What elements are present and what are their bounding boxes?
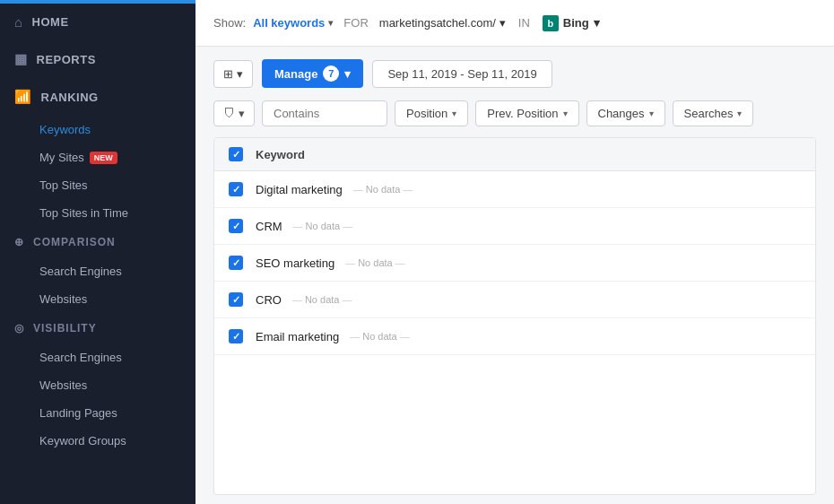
sidebar-item-home[interactable]: ⌂ HOME — [0, 4, 195, 40]
searches-filter[interactable]: Searches ▾ — [673, 100, 754, 126]
table-row: Email marketing No data — [214, 318, 815, 355]
filter-toggle-button[interactable]: ⛉ ▾ — [213, 100, 255, 126]
filter-icon: ⛉ — [223, 107, 235, 120]
show-label: Show: — [213, 16, 246, 30]
table-row: SEO marketing No data — [214, 245, 815, 282]
sidebar-sub-item-top-sites[interactable]: Top Sites — [0, 171, 195, 199]
visibility-icon: ◎ — [14, 322, 24, 335]
row3-keyword-col: SEO marketing No data — [256, 256, 801, 270]
prev-position-label: Prev. Position — [487, 107, 558, 120]
position-label: Position — [406, 107, 447, 120]
visibility-section-header: ◎ VISIBILITY — [0, 313, 195, 343]
domain-value: marketingsatchel.com/ — [379, 16, 496, 30]
search-engine-arrow-icon: ▾ — [594, 16, 600, 30]
header-checkbox-col — [229, 147, 256, 161]
bing-icon: b — [543, 15, 559, 31]
sidebar-home-label: HOME — [32, 15, 69, 29]
new-badge: NEW — [90, 152, 117, 164]
row4-checkbox[interactable] — [229, 292, 243, 307]
columns-arrow-icon: ▾ — [237, 67, 243, 81]
top-sites-time-label: Top Sites in Time — [39, 206, 128, 220]
row2-checkbox-col — [229, 219, 256, 233]
visibility-search-engines-label: Search Engines — [39, 351, 122, 364]
sidebar: ⌂ HOME ▦ REPORTS 📶 RANKING Keywords My S… — [0, 0, 195, 504]
keywords-table: Keyword Digital marketing No data CRM No… — [213, 137, 816, 495]
sidebar-sub-item-top-sites-time[interactable]: Top Sites in Time — [0, 199, 195, 227]
position-filter[interactable]: Position ▾ — [395, 100, 468, 126]
keywords-value: All keywords — [253, 16, 325, 30]
manage-count-badge: 7 — [323, 65, 339, 82]
table-row: CRM No data — [214, 208, 815, 245]
row3-checkbox-col — [229, 256, 256, 270]
row1-checkbox[interactable] — [229, 182, 243, 196]
row5-checkbox[interactable] — [229, 329, 243, 343]
sidebar-ranking-label: RANKING — [41, 91, 99, 104]
row5-checkbox-col — [229, 329, 256, 343]
filter-bar: ⛉ ▾ Position ▾ Prev. Position ▾ Changes … — [195, 100, 834, 137]
manage-button[interactable]: Manage 7 ▾ — [262, 59, 363, 88]
row1-no-data: No data — [353, 184, 413, 195]
manage-label: Manage — [274, 67, 317, 81]
comparison-search-engines-label: Search Engines — [39, 265, 122, 278]
visibility-label: VISIBILITY — [33, 322, 97, 335]
columns-button[interactable]: ⊞ ▾ — [213, 60, 253, 88]
keyword-column-label: Keyword — [256, 148, 305, 161]
manage-count: 7 — [328, 68, 334, 79]
comparison-section-header: ⊕ COMPARISON — [0, 227, 195, 257]
toolbar: ⊞ ▾ Manage 7 ▾ Sep 11, 2019 - Sep 11, 20… — [195, 47, 834, 100]
main-content: Show: All keywords ▾ FOR marketingsatche… — [195, 0, 834, 504]
for-label: FOR — [343, 16, 368, 30]
sidebar-sub-item-visibility-landing-pages[interactable]: Landing Pages — [0, 399, 195, 427]
table-header: Keyword — [214, 138, 815, 171]
my-sites-label: My Sites — [39, 151, 84, 164]
sidebar-sub-item-keywords[interactable]: Keywords — [0, 116, 195, 143]
top-bar: Show: All keywords ▾ FOR marketingsatche… — [195, 0, 834, 47]
table-row: CRO No data — [214, 282, 815, 318]
visibility-landing-pages-label: Landing Pages — [39, 406, 117, 420]
row4-checkbox-col — [229, 292, 256, 307]
comparison-label: COMPARISON — [33, 236, 116, 248]
row2-keyword: CRM — [256, 220, 282, 233]
keyword-header: Keyword — [256, 148, 801, 161]
searches-label: Searches — [684, 107, 734, 120]
row2-no-data: No data — [293, 221, 353, 231]
table-row: Digital marketing No data — [214, 171, 815, 208]
sidebar-sub-item-comparison-search-engines[interactable]: Search Engines — [0, 257, 195, 285]
row4-keyword: CRO — [256, 293, 282, 307]
domain-arrow-icon: ▾ — [500, 16, 506, 30]
searches-arrow-icon: ▾ — [737, 109, 742, 118]
keywords-label: Keywords — [39, 123, 91, 136]
visibility-keyword-groups-label: Keyword Groups — [39, 434, 126, 448]
home-icon: ⌂ — [14, 14, 23, 30]
contains-input[interactable] — [262, 100, 387, 126]
visibility-websites-label: Websites — [39, 378, 87, 392]
row3-keyword: SEO marketing — [256, 256, 334, 270]
sidebar-sub-item-visibility-websites[interactable]: Websites — [0, 371, 195, 399]
prev-position-arrow-icon: ▾ — [563, 109, 568, 118]
prev-position-filter[interactable]: Prev. Position ▾ — [475, 100, 578, 126]
changes-filter[interactable]: Changes ▾ — [586, 100, 665, 126]
sidebar-sub-item-comparison-websites[interactable]: Websites — [0, 285, 195, 313]
row2-checkbox[interactable] — [229, 219, 243, 233]
manage-arrow-icon: ▾ — [344, 67, 351, 81]
keywords-select[interactable]: All keywords ▾ — [253, 16, 333, 30]
search-engine-select[interactable]: b Bing ▾ — [543, 15, 600, 31]
row4-keyword-col: CRO No data — [256, 293, 801, 307]
row3-checkbox[interactable] — [229, 256, 243, 270]
columns-icon: ⊞ — [223, 67, 233, 81]
sidebar-item-reports[interactable]: ▦ REPORTS — [0, 40, 195, 78]
row2-keyword-col: CRM No data — [256, 220, 801, 233]
sidebar-sub-item-visibility-search-engines[interactable]: Search Engines — [0, 343, 195, 371]
sidebar-sub-item-my-sites[interactable]: My Sites NEW — [0, 143, 195, 171]
domain-select[interactable]: marketingsatchel.com/ ▾ — [379, 16, 506, 30]
row5-keyword: Email marketing — [256, 330, 339, 343]
in-label: IN — [518, 16, 530, 30]
date-range-button[interactable]: Sep 11, 2019 - Sep 11, 2019 — [372, 60, 552, 88]
header-checkbox[interactable] — [229, 147, 243, 161]
date-range-value: Sep 11, 2019 - Sep 11, 2019 — [387, 67, 536, 81]
row5-no-data: No data — [350, 331, 410, 342]
top-sites-label: Top Sites — [39, 178, 87, 192]
sidebar-sub-item-visibility-keyword-groups[interactable]: Keyword Groups — [0, 427, 195, 455]
sidebar-reports-label: REPORTS — [37, 53, 96, 66]
sidebar-item-ranking[interactable]: 📶 RANKING — [0, 78, 195, 116]
